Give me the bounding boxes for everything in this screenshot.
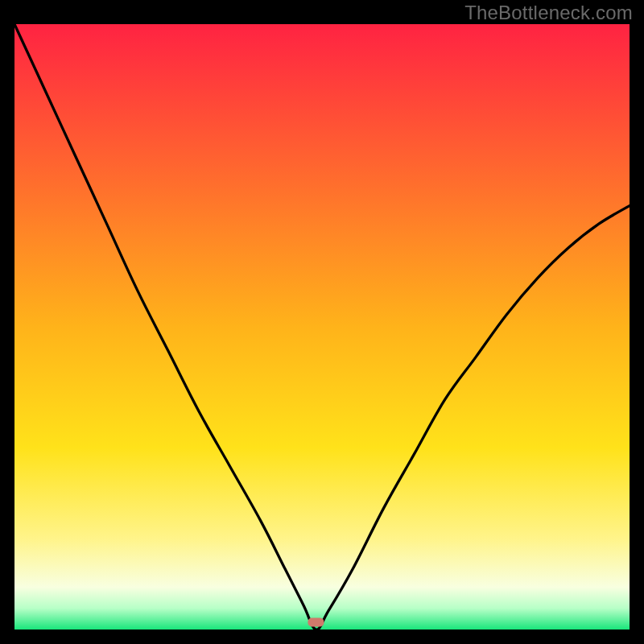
plot-area bbox=[14, 24, 630, 630]
optimum-marker bbox=[308, 618, 324, 627]
watermark-text: TheBottleneck.com bbox=[464, 2, 633, 24]
chart-container: TheBottleneck.com bbox=[0, 0, 644, 644]
gradient-background bbox=[14, 24, 630, 630]
chart-svg bbox=[14, 24, 630, 630]
